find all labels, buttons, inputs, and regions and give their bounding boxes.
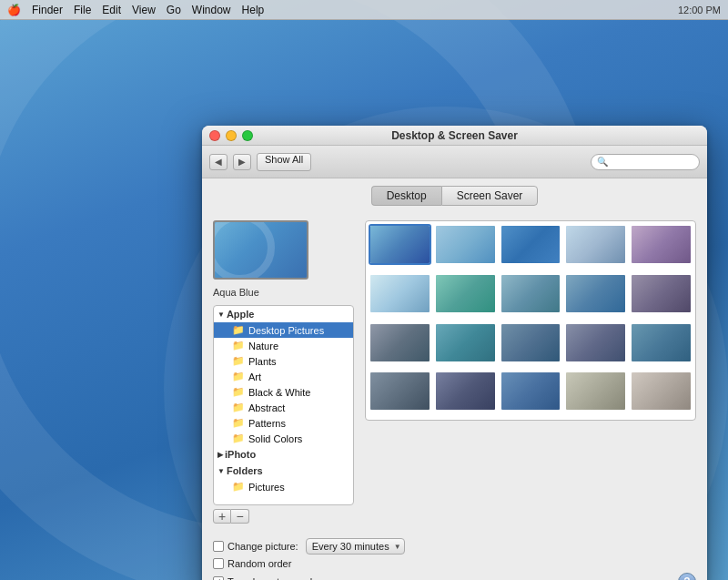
thumbnail-17[interactable] [434, 371, 497, 412]
toolbar: ◀ ▶ Show All 🔍 [202, 146, 707, 178]
minimize-button[interactable] [226, 130, 237, 141]
tab-bar: Desktop Screen Saver [202, 178, 707, 211]
source-item-label: Abstract [248, 402, 285, 413]
back-button[interactable]: ◀ [209, 154, 228, 170]
finder-menu[interactable]: Finder [32, 4, 63, 16]
go-menu[interactable]: Go [167, 4, 181, 16]
add-source-button[interactable]: + [213, 509, 231, 524]
remove-source-button[interactable]: − [231, 509, 249, 524]
main-content: Aqua Blue ▼ Apple 📁 Desktop Pictures 📁 N… [202, 211, 707, 533]
thumbnail-15[interactable] [630, 322, 693, 363]
thumbnail-12[interactable] [434, 322, 497, 363]
source-item-label: Pictures [248, 482, 285, 493]
thumbnail-18[interactable] [500, 371, 562, 412]
help-menu[interactable]: Help [242, 4, 265, 16]
change-picture-label: Change picture: [228, 541, 298, 552]
thumbnail-20[interactable] [630, 371, 693, 412]
thumbnail-19[interactable] [564, 371, 627, 412]
source-list[interactable]: ▼ Apple 📁 Desktop Pictures 📁 Nature 📁 Pl… [213, 305, 354, 505]
tab-screensaver[interactable]: Screen Saver [441, 186, 539, 206]
thumbnail-7[interactable] [434, 273, 497, 314]
translucent-label: Translucent menu bar [228, 576, 325, 580]
source-item-solid-colors[interactable]: 📁 Solid Colors [214, 431, 353, 446]
folder-icon: 📁 [232, 340, 245, 351]
tab-desktop[interactable]: Desktop [371, 186, 441, 206]
source-item-desktop-pictures[interactable]: 📁 Desktop Pictures [214, 322, 353, 338]
thumbnail-3[interactable] [500, 224, 562, 265]
thumbnail-11[interactable] [369, 322, 431, 363]
source-item-black-white[interactable]: 📁 Black & White [214, 384, 353, 400]
menubar-time: 12:00 PM [678, 5, 721, 15]
source-item-label: Desktop Pictures [248, 325, 324, 336]
translucent-row: Translucent menu bar ? [213, 573, 696, 580]
source-item-label: Plants [248, 356, 277, 367]
forward-button[interactable]: ▶ [233, 154, 251, 170]
source-item-plants[interactable]: 📁 Plants [214, 353, 353, 369]
change-picture-checkbox-label[interactable]: Change picture: [213, 541, 298, 552]
section-apple-label: Apple [227, 309, 255, 320]
dropdown-arrow-icon: ▼ [394, 543, 401, 551]
source-section-apple[interactable]: ▼ Apple [214, 306, 353, 322]
window-menu[interactable]: Window [192, 4, 231, 16]
change-picture-row: Change picture: Every 30 minutes ▼ [213, 538, 696, 555]
search-field[interactable]: 🔍 [591, 154, 700, 170]
thumbnail-4[interactable] [564, 224, 627, 265]
window-title: Desktop & Screen Saver [391, 129, 518, 142]
section-iphoto-label: iPhoto [225, 449, 256, 460]
source-item-label: Solid Colors [248, 433, 302, 444]
source-item-pictures[interactable]: 📁 Pictures [214, 479, 353, 494]
folder-icon: 📁 [232, 402, 245, 413]
thumbnail-8[interactable] [500, 273, 562, 314]
source-item-label: Art [248, 371, 261, 382]
folder-icon: 📁 [232, 417, 245, 429]
translucent-checkbox-label[interactable]: Translucent menu bar [213, 576, 325, 580]
right-panel [365, 220, 696, 524]
help-button[interactable]: ? [678, 573, 696, 580]
expand-icon: ▶ [217, 451, 223, 459]
source-item-abstract[interactable]: 📁 Abstract [214, 400, 353, 415]
source-item-label: Nature [248, 341, 278, 351]
source-item-nature[interactable]: 📁 Nature [214, 338, 353, 353]
thumbnail-5[interactable] [630, 224, 693, 265]
source-item-art[interactable]: 📁 Art [214, 369, 353, 384]
thumbnail-13[interactable] [500, 322, 562, 363]
thumbnail-6[interactable] [369, 273, 431, 314]
desktop-screensaver-window: Desktop & Screen Saver ◀ ▶ Show All 🔍 De… [202, 126, 707, 580]
preview-label: Aqua Blue [213, 287, 354, 298]
edit-menu[interactable]: Edit [102, 4, 121, 16]
bottom-bar: Change picture: Every 30 minutes ▼ Rando… [202, 533, 707, 580]
source-item-label: Black & White [248, 387, 310, 398]
expand-icon: ▼ [217, 467, 225, 475]
source-section-folders[interactable]: ▼ Folders [214, 463, 353, 479]
folder-icon: 📁 [232, 371, 245, 382]
random-order-row: Random order [213, 558, 696, 569]
apple-menu[interactable]: 🍎 [7, 4, 21, 16]
change-picture-checkbox[interactable] [213, 541, 224, 552]
thumbnail-2[interactable] [434, 224, 497, 265]
random-order-checkbox-label[interactable]: Random order [213, 558, 291, 569]
file-menu[interactable]: File [74, 4, 91, 16]
thumbnail-grid[interactable] [365, 220, 696, 421]
interval-dropdown[interactable]: Every 30 minutes ▼ [306, 538, 405, 555]
source-section-iphoto[interactable]: ▶ iPhoto [214, 446, 353, 463]
show-all-button[interactable]: Show All [257, 153, 311, 171]
traffic-lights [209, 130, 253, 141]
close-button[interactable] [209, 130, 220, 141]
add-remove-bar: + − [213, 509, 354, 524]
thumbnail-14[interactable] [564, 322, 627, 363]
search-icon: 🔍 [597, 157, 608, 167]
folder-icon: 📁 [232, 386, 245, 398]
interval-value: Every 30 minutes [312, 541, 389, 552]
view-menu[interactable]: View [132, 4, 156, 16]
thumbnail-16[interactable] [369, 371, 431, 412]
source-item-patterns[interactable]: 📁 Patterns [214, 415, 353, 431]
source-item-label: Patterns [248, 418, 286, 429]
folder-icon: 📁 [232, 324, 245, 336]
random-order-label: Random order [228, 558, 291, 569]
thumbnail-9[interactable] [564, 273, 627, 314]
maximize-button[interactable] [242, 130, 253, 141]
translucent-checkbox[interactable] [213, 576, 224, 580]
thumbnail-10[interactable] [630, 273, 693, 314]
thumbnail-1[interactable] [369, 224, 431, 265]
random-order-checkbox[interactable] [213, 558, 224, 569]
